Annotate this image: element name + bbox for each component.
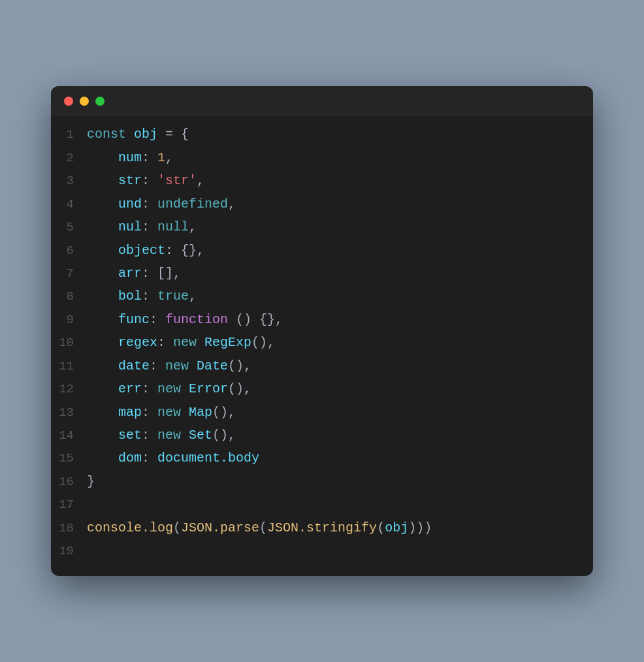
code-area: 1 const obj = { 2 num: 1, 3 str: 'str', … [51, 116, 593, 575]
code-line-10: 10 regex: new RegExp(), [51, 331, 593, 354]
line-number: 4 [51, 195, 87, 214]
line-content: num: 1, [87, 148, 173, 168]
code-line-4: 4 und: undefined, [51, 193, 593, 215]
line-number: 10 [51, 334, 87, 353]
line-number: 13 [51, 403, 87, 422]
line-content: str: 'str', [87, 170, 204, 191]
code-line-7: 7 arr: [], [51, 262, 593, 285]
line-content [87, 541, 95, 561]
code-line-5: 5 nul: null, [51, 215, 593, 238]
line-content: } [87, 471, 95, 492]
line-number: 14 [51, 426, 87, 445]
close-button[interactable] [64, 97, 73, 106]
line-content: nul: null, [87, 217, 197, 237]
line-number: 18 [51, 519, 87, 538]
line-number: 3 [51, 172, 87, 191]
titlebar [51, 86, 593, 116]
line-number: 12 [51, 380, 87, 399]
line-number: 5 [51, 218, 87, 237]
minimize-button[interactable] [80, 97, 89, 106]
code-line-9: 9 func: function () {}, [51, 308, 593, 331]
line-content: bol: true, [87, 286, 197, 306]
line-content [87, 494, 95, 514]
code-line-18: 18 console.log(JSON.parse(JSON.stringify… [51, 516, 593, 539]
code-line-2: 2 num: 1, [51, 146, 593, 169]
line-content: object: {}, [87, 240, 204, 260]
line-content: dom: document.body [87, 448, 259, 468]
line-number: 6 [51, 242, 87, 260]
code-line-13: 13 map: new Map(), [51, 401, 593, 424]
code-line-16: 16 } [51, 470, 593, 493]
code-line-14: 14 set: new Set(), [51, 424, 593, 447]
line-number: 7 [51, 264, 87, 283]
line-number: 19 [51, 542, 87, 561]
code-line-15: 15 dom: document.body [51, 447, 593, 469]
code-line-19: 19 [51, 539, 593, 562]
line-content: console.log(JSON.parse(JSON.stringify(ob… [87, 518, 432, 538]
line-number: 15 [51, 449, 87, 468]
line-number: 1 [51, 125, 87, 144]
code-line-1: 1 const obj = { [51, 123, 593, 146]
code-line-3: 3 str: 'str', [51, 169, 593, 192]
line-content: func: function () {}, [87, 309, 283, 330]
line-number: 11 [51, 357, 87, 376]
line-content: err: new Error(), [87, 379, 251, 399]
line-content: arr: [], [87, 263, 181, 283]
maximize-button[interactable] [95, 97, 105, 106]
code-window: 1 const obj = { 2 num: 1, 3 str: 'str', … [51, 86, 593, 575]
line-content: date: new Date(), [87, 356, 251, 376]
line-content: const obj = { [87, 124, 189, 144]
code-line-8: 8 bol: true, [51, 285, 593, 307]
line-content: und: undefined, [87, 194, 236, 214]
line-number: 2 [51, 149, 87, 168]
code-line-6: 6 object: {}, [51, 239, 593, 262]
line-content: regex: new RegExp(), [87, 332, 275, 353]
line-number: 17 [51, 496, 87, 514]
line-content: set: new Set(), [87, 425, 236, 445]
line-number: 8 [51, 287, 87, 306]
line-number: 16 [51, 473, 87, 492]
line-content: map: new Map(), [87, 402, 236, 422]
code-line-17: 17 [51, 493, 593, 516]
code-line-12: 12 err: new Error(), [51, 377, 593, 400]
line-number: 9 [51, 311, 87, 330]
code-line-11: 11 date: new Date(), [51, 355, 593, 377]
